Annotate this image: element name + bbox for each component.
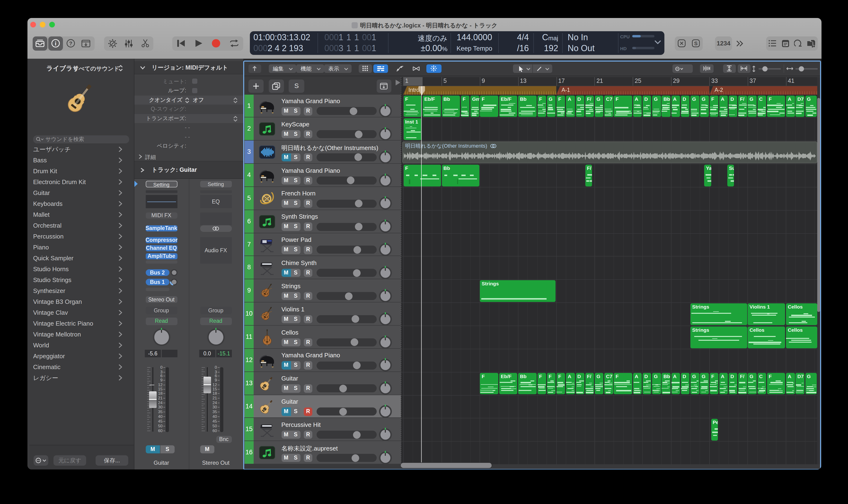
svg-text:?: ? bbox=[69, 40, 72, 47]
svg-text:S: S bbox=[694, 40, 698, 47]
svg-text:i: i bbox=[55, 40, 56, 47]
